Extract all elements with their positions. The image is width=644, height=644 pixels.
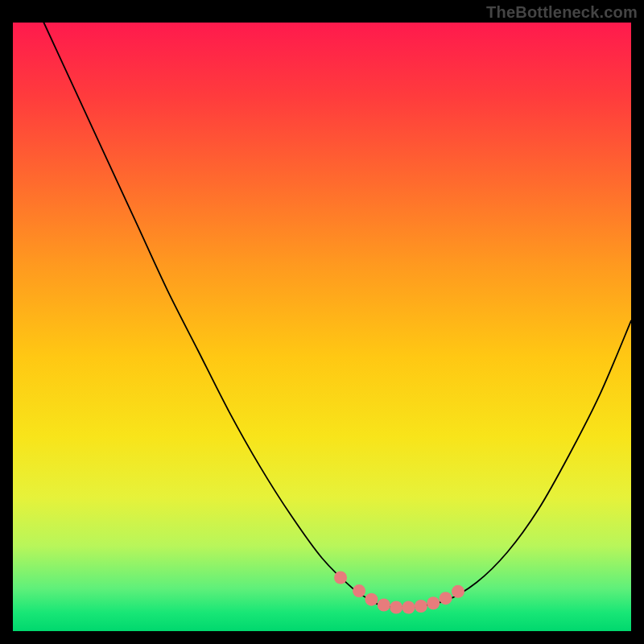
highlight-dot [402, 601, 415, 614]
highlight-dot [365, 593, 378, 606]
plot-area [13, 23, 631, 631]
black-curve [43, 23, 631, 607]
highlight-dot [378, 598, 390, 611]
highlight-dot [353, 584, 365, 597]
chart-frame: TheBottleneck.com [0, 0, 644, 644]
highlight-dot [390, 601, 402, 614]
highlight-dot [334, 571, 347, 584]
highlight-dot [440, 592, 452, 605]
curve-layer [13, 23, 631, 631]
highlight-dot [415, 600, 427, 613]
watermark-label: TheBottleneck.com [486, 3, 638, 22]
highlight-dot [452, 585, 464, 598]
highlight-dot [427, 597, 440, 609]
highlight-dots [334, 571, 464, 613]
